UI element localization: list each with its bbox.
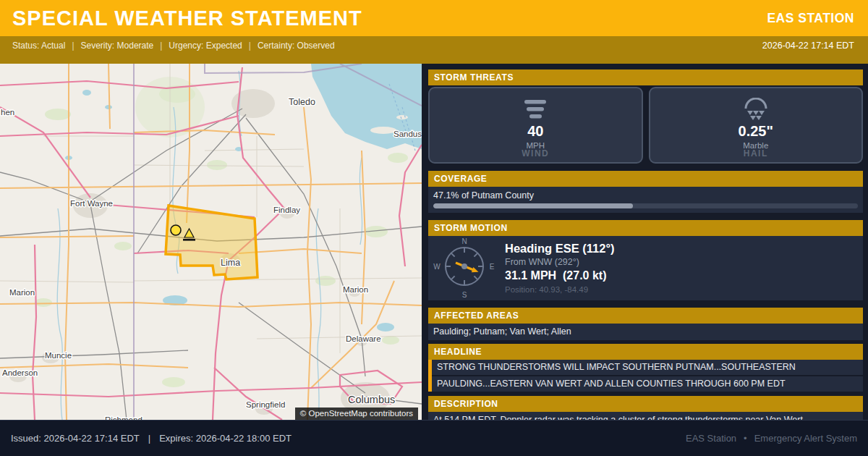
hail-value: 0.25" [739, 124, 773, 138]
compass-s: S [462, 291, 467, 299]
map-city-label: Lima [221, 258, 240, 268]
weather-alert-screen: SPECIAL WEATHER STATEMENT EAS STATION St… [0, 0, 868, 456]
footer-bullet: • [744, 433, 747, 444]
storm-motion-header: STORM MOTION [428, 220, 863, 236]
issued-timestamp: Issued: 2026-04-22 17:14 EDT [11, 433, 140, 444]
map-attribution[interactable]: © OpenStreetMap contributors [295, 408, 418, 420]
footer-branding: EAS Station • Emergency Alert System [686, 433, 857, 444]
motion-position: Position: 40.93, -84.49 [505, 285, 614, 294]
map-city-label: hen [1, 108, 14, 117]
wind-threat-card: 40 MPH WIND [428, 87, 643, 164]
map-city-label: Fort Wayne [70, 199, 113, 208]
coverage-progress-track [433, 203, 858, 208]
status-separator: | [72, 41, 74, 64]
page-title: SPECIAL WEATHER STATEMENT [12, 7, 362, 30]
footer-system: Emergency Alert System [754, 433, 857, 444]
headline-line-1: STRONG THUNDERSTORMS WILL IMPACT SOUTHER… [432, 360, 863, 375]
wind-type-label: WIND [522, 148, 549, 159]
status-separator: | [249, 41, 251, 64]
headline-header: HEADLINE [428, 344, 863, 360]
description-text: At 514 PM EDT, Doppler radar was trackin… [428, 412, 863, 420]
motion-heading: Heading ESE (112°) [505, 242, 614, 255]
footer-separator: | [148, 433, 150, 444]
compass-e: E [490, 263, 495, 271]
hail-icon [740, 97, 772, 123]
storm-threat-cards: 40 MPH WIND 0.25" Marble HAI [428, 87, 863, 164]
status-bar: Status: Actual | Severity: Moderate | Ur… [0, 36, 868, 64]
compass-center-dot [461, 263, 467, 269]
motion-speed: 31.1 MPH (27.0 kt) [505, 269, 614, 282]
alert-detail-panel: STORM THREATS 40 MPH WIND [423, 64, 868, 420]
map-city-label: Sandusky [393, 130, 422, 138]
header-bar: SPECIAL WEATHER STATEMENT EAS STATION [0, 0, 868, 36]
affected-areas-header: AFFECTED AREAS [428, 308, 863, 324]
map-city-label: Findlay [273, 206, 300, 214]
map-city-label: Springfield [246, 400, 285, 409]
storm-motion-arrow [456, 263, 479, 272]
storm-location-marker [171, 225, 181, 235]
headline-body: STRONG THUNDERSTORMS WILL IMPACT SOUTHER… [428, 360, 863, 392]
compass-w: W [433, 263, 441, 271]
status-actual: Status: Actual [12, 41, 65, 64]
coverage-progress-fill [433, 203, 633, 208]
coverage-text: 47.1% of Putnam County [433, 189, 858, 200]
compass: N S W E [428, 236, 503, 300]
status-severity: Severity: Moderate [81, 41, 154, 64]
station-name: EAS STATION [767, 11, 854, 26]
storm-motion-body: N S W E Heading ESE (112°) From WNW (292… [428, 236, 863, 300]
status-urgency: Urgency: Expected [169, 41, 242, 64]
map-canvas: hen Toledo Sandusky Fort Wayne Findlay L… [0, 64, 422, 420]
headline-accent-bar [428, 360, 432, 392]
map-city-label: Marion [9, 288, 35, 297]
storm-threats-header: STORM THREATS [428, 69, 863, 85]
status-certainty: Certainty: Observed [258, 41, 335, 64]
issue-timestamp: 2026-04-22 17:14 EDT [762, 41, 854, 64]
status-items: Status: Actual | Severity: Moderate | Ur… [12, 41, 335, 64]
map-city-label: Muncie [45, 351, 72, 360]
expires-timestamp: Expires: 2026-04-22 18:00 EDT [159, 433, 292, 444]
footer-validity: Issued: 2026-04-22 17:14 EDT | Expires: … [11, 433, 292, 444]
storm-motion-text: Heading ESE (112°) From WNW (292°) 31.1 … [503, 236, 614, 300]
footer-bar: Issued: 2026-04-22 17:14 EDT | Expires: … [0, 420, 868, 456]
hail-threat-card: 0.25" Marble HAIL [649, 87, 864, 164]
coverage-body: 47.1% of Putnam County [428, 187, 863, 213]
map: hen Toledo Sandusky Fort Wayne Findlay L… [0, 64, 422, 420]
compass-n: N [461, 237, 467, 245]
footer-station: EAS Station [686, 433, 736, 444]
map-city-label: Anderson [2, 368, 38, 377]
map-city-label: Marion [343, 285, 368, 294]
status-separator: | [160, 41, 162, 64]
coverage-header: COVERAGE [428, 171, 863, 187]
map-city-label: Delaware [346, 334, 381, 343]
hail-type-label: HAIL [744, 148, 768, 159]
wind-value: 40 [527, 124, 543, 138]
headline-line-2: PAULDING...EASTERN VAN WERT AND ALLEN CO… [432, 376, 863, 392]
description-header: DESCRIPTION [428, 396, 863, 412]
map-city-label: Toledo [289, 97, 315, 107]
motion-from: From WNW (292°) [505, 257, 614, 267]
wind-icon [519, 97, 551, 123]
affected-areas-text: Paulding; Putnam; Van Wert; Allen [428, 324, 863, 340]
map-city-label: Columbus [348, 394, 395, 405]
